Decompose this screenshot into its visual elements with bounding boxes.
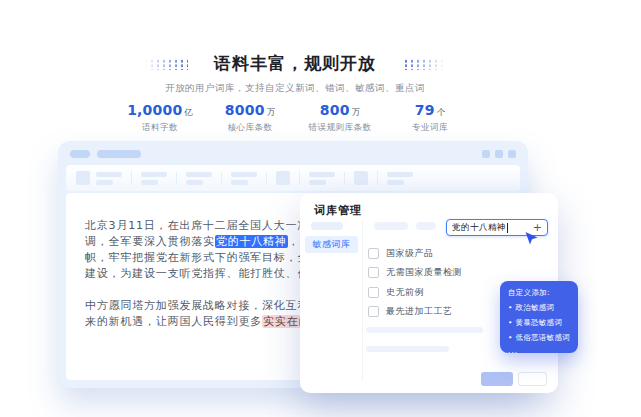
stat-rule-entries: 800万 错误规则库条数 bbox=[295, 100, 385, 134]
checkbox-row[interactable]: 国家级产品 bbox=[368, 247, 434, 259]
stat-corpus-words: 1,0000亿 语料字数 bbox=[115, 100, 205, 134]
checkbox-icon[interactable] bbox=[368, 306, 379, 317]
tooltip-more: ... bbox=[508, 346, 570, 355]
page: 语料丰富，规则开放 开放的用户词库，支持自定义新词、错词、敏感词、重点词 1,0… bbox=[0, 0, 641, 417]
toolbar-group bbox=[309, 172, 345, 185]
title-row: 语料丰富，规则开放 bbox=[0, 52, 590, 75]
checkbox-row[interactable]: 史无前例 bbox=[368, 286, 424, 298]
toolbar-group bbox=[276, 171, 300, 185]
toolbar-placeholder-icon bbox=[276, 171, 290, 185]
stat-value: 800 bbox=[320, 102, 350, 118]
modal-title: 词库管理 bbox=[314, 203, 362, 218]
checkbox-icon[interactable] bbox=[368, 287, 379, 298]
toolbar-group bbox=[354, 171, 378, 185]
toolbar-placeholder-icon bbox=[76, 171, 90, 185]
stat-label: 错误规则库条数 bbox=[295, 122, 385, 134]
stat-value: 79 bbox=[415, 102, 435, 118]
stat-unit: 万 bbox=[267, 107, 276, 117]
doc-text: 来的新机遇，让两国人民得到更多 bbox=[85, 315, 262, 328]
checkbox-label: 无需国家质量检测 bbox=[386, 266, 462, 279]
window-controls bbox=[482, 150, 516, 158]
dots-decoration-icon bbox=[142, 58, 188, 70]
stat-pro-lexicons: 79个 专业词库 bbox=[385, 100, 475, 134]
mouse-cursor-icon bbox=[524, 231, 539, 250]
stat-value: 1,0000 bbox=[127, 102, 182, 118]
stats-row: 1,0000亿 语料字数 8000万 核心库条数 800万 错误规则库条数 79… bbox=[0, 100, 590, 134]
section-header: 语料丰富，规则开放 开放的用户词库，支持自定义新词、错词、敏感词、重点词 bbox=[0, 52, 590, 95]
stat-unit: 亿 bbox=[184, 107, 193, 117]
checkbox-row[interactable]: 无需国家质量检测 bbox=[368, 266, 462, 278]
toolbar-group bbox=[231, 172, 267, 185]
checkbox-label: 国家级产品 bbox=[386, 247, 434, 260]
page-subtitle: 开放的用户词库，支持自定义新词、错词、敏感词、重点词 bbox=[0, 82, 590, 95]
stat-unit: 个 bbox=[437, 107, 446, 117]
checkbox-icon[interactable] bbox=[368, 267, 379, 278]
filter-placeholder bbox=[416, 222, 436, 230]
blue-highlighted-term[interactable]: 党的十八精神 bbox=[215, 235, 288, 248]
stat-unit: 万 bbox=[352, 107, 361, 117]
modal-divider bbox=[362, 221, 363, 381]
stat-value: 8000 bbox=[225, 102, 265, 118]
checkbox-icon[interactable] bbox=[368, 248, 379, 259]
toolbar-group bbox=[141, 172, 177, 185]
page-title: 语料丰富，规则开放 bbox=[214, 52, 376, 75]
filter-placeholder bbox=[374, 222, 408, 230]
checkbox-label: 最先进加工工艺 bbox=[386, 305, 453, 318]
sidebar-item-sensitive-lexicon[interactable]: 敏感词库 bbox=[305, 236, 358, 253]
toolbar-placeholder-icon bbox=[354, 171, 368, 185]
toolbar-group bbox=[76, 171, 132, 185]
tooltip-item: 政治敏感词 bbox=[508, 303, 570, 313]
input-value: 党的十八精神 bbox=[452, 222, 506, 234]
confirm-button[interactable] bbox=[481, 372, 513, 386]
stat-label: 专业词库 bbox=[385, 122, 475, 134]
tooltip-item: 黄暴恐敏感词 bbox=[508, 318, 570, 328]
mock-toolbar bbox=[66, 165, 520, 191]
tooltip-item: 低俗恶语敏感词 bbox=[508, 333, 570, 343]
window-control-icon bbox=[482, 150, 490, 158]
stat-label: 语料字数 bbox=[115, 122, 205, 134]
text-caret bbox=[507, 223, 508, 233]
topbar-placeholder-pill bbox=[97, 150, 141, 158]
window-control-icon bbox=[495, 150, 503, 158]
list-placeholder bbox=[366, 327, 483, 333]
doc-text: 调，全军要深入贯彻落实 bbox=[85, 235, 215, 248]
stat-core-entries: 8000万 核心库条数 bbox=[205, 100, 295, 134]
checkbox-row[interactable]: 最先进加工工艺 bbox=[368, 305, 453, 317]
tooltip-title: 自定义添加: bbox=[508, 288, 570, 298]
toolbar-group bbox=[186, 172, 222, 185]
topbar-placeholder-pill bbox=[70, 150, 90, 158]
checkbox-label: 史无前例 bbox=[386, 286, 424, 299]
toolbar-group bbox=[387, 172, 422, 185]
sidebar-placeholder bbox=[311, 222, 343, 230]
window-control-icon bbox=[508, 150, 516, 158]
list-placeholder bbox=[366, 346, 449, 352]
stat-label: 核心库条数 bbox=[205, 122, 295, 134]
custom-add-tooltip: 自定义添加: 政治敏感词 黄暴恐敏感词 低俗恶语敏感词 ... bbox=[500, 281, 578, 353]
cancel-button[interactable] bbox=[518, 372, 547, 386]
dots-decoration-icon bbox=[402, 58, 448, 70]
